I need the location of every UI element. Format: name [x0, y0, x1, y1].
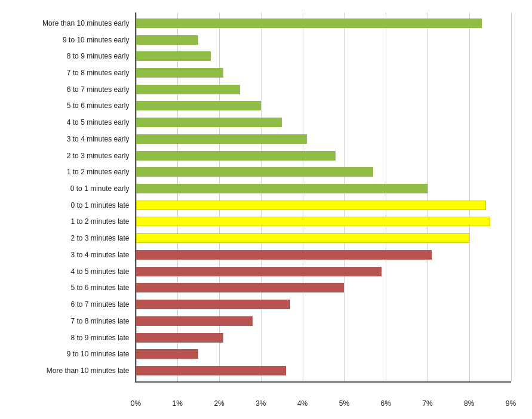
- bar: [136, 151, 336, 161]
- x-axis-label: 7%: [422, 399, 432, 408]
- bar: [136, 217, 490, 226]
- y-axis-label: 6 to 7 minutes late: [11, 298, 133, 311]
- x-axis-label: 0%: [131, 399, 141, 408]
- bar-row: [136, 331, 511, 344]
- x-axis-label: 6%: [380, 399, 390, 408]
- bar-row: [136, 50, 511, 63]
- bar: [136, 283, 345, 292]
- bar-row: [136, 298, 511, 311]
- bar: [136, 349, 199, 359]
- bar-row: [136, 17, 511, 30]
- x-axis-label: 2%: [214, 399, 224, 408]
- bar-row: [136, 199, 511, 212]
- bar-row: [136, 281, 511, 294]
- bar-row: [136, 182, 511, 195]
- y-axis-label: More than 10 minutes early: [11, 17, 133, 30]
- y-axis-label: 5 to 6 minutes late: [11, 281, 133, 294]
- y-axis-label: 1 to 2 minutes late: [11, 215, 133, 228]
- bar: [136, 333, 224, 343]
- bar-row: [136, 165, 511, 178]
- bar: [136, 167, 374, 177]
- y-axis-label: 4 to 5 minutes late: [11, 265, 133, 278]
- y-axis-label: 2 to 3 minutes early: [11, 149, 133, 162]
- x-axis-label: 8%: [464, 399, 474, 408]
- y-axis-label: 0 to 1 minute early: [11, 182, 133, 195]
- y-axis-label: 7 to 8 minutes late: [11, 315, 133, 328]
- x-axis-label: 3%: [256, 399, 266, 408]
- bar-row: [136, 265, 511, 278]
- bar: [136, 51, 211, 61]
- bar: [136, 267, 382, 276]
- y-axis-label: 9 to 10 minutes late: [11, 347, 133, 361]
- bar-row: [136, 248, 511, 261]
- bar-row: [136, 215, 511, 228]
- bar-row: [136, 347, 511, 361]
- bar-row: [136, 315, 511, 328]
- bar-row: [136, 99, 511, 112]
- y-axis-label: 3 to 4 minutes early: [11, 133, 133, 146]
- y-axis-label: More than 10 minutes late: [11, 364, 133, 377]
- x-axis-label: 4%: [297, 399, 307, 408]
- bar: [136, 233, 469, 243]
- y-axis-label: 8 to 9 minutes early: [11, 50, 133, 63]
- x-axis-label: 9%: [506, 399, 516, 408]
- bar: [136, 118, 282, 127]
- bars-wrapper: [136, 13, 511, 381]
- bar-row: [136, 116, 511, 129]
- bar: [136, 35, 199, 45]
- bar: [136, 366, 286, 375]
- y-axis-label: 9 to 10 minutes early: [11, 33, 133, 47]
- bar-row: [136, 364, 511, 377]
- bar-row: [136, 149, 511, 162]
- y-axis-label: 0 to 1 minutes late: [11, 199, 133, 212]
- y-axis-label: 6 to 7 minutes early: [11, 83, 133, 96]
- y-axis-label: 4 to 5 minutes early: [11, 116, 133, 129]
- bar: [136, 101, 261, 110]
- bar-row: [136, 83, 511, 96]
- bar: [136, 201, 486, 210]
- y-axis-label: 5 to 6 minutes early: [11, 99, 133, 112]
- y-axis-label: 8 to 9 minutes late: [11, 331, 133, 344]
- grid-line: [511, 13, 512, 381]
- x-axis-label: 1%: [173, 399, 183, 408]
- y-labels: More than 10 minutes early9 to 10 minute…: [11, 13, 133, 381]
- bar-row: [136, 133, 511, 146]
- bar-row: [136, 33, 511, 47]
- bar: [136, 184, 428, 193]
- bar: [136, 316, 253, 326]
- bar: [136, 85, 240, 94]
- y-axis-label: 2 to 3 minutes late: [11, 232, 133, 245]
- chart-container: More than 10 minutes early9 to 10 minute…: [10, 7, 523, 412]
- bar: [136, 19, 482, 28]
- y-axis-label: 7 to 8 minutes early: [11, 66, 133, 79]
- bar-row: [136, 232, 511, 245]
- x-axis-label: 5%: [339, 399, 349, 408]
- chart-area: More than 10 minutes early9 to 10 minute…: [135, 13, 511, 383]
- y-axis-label: 1 to 2 minutes early: [11, 165, 133, 178]
- bar: [136, 134, 307, 144]
- bar-row: [136, 66, 511, 79]
- bar: [136, 250, 432, 260]
- bar: [136, 300, 290, 309]
- y-axis-label: 3 to 4 minutes late: [11, 248, 133, 261]
- bar: [136, 68, 224, 78]
